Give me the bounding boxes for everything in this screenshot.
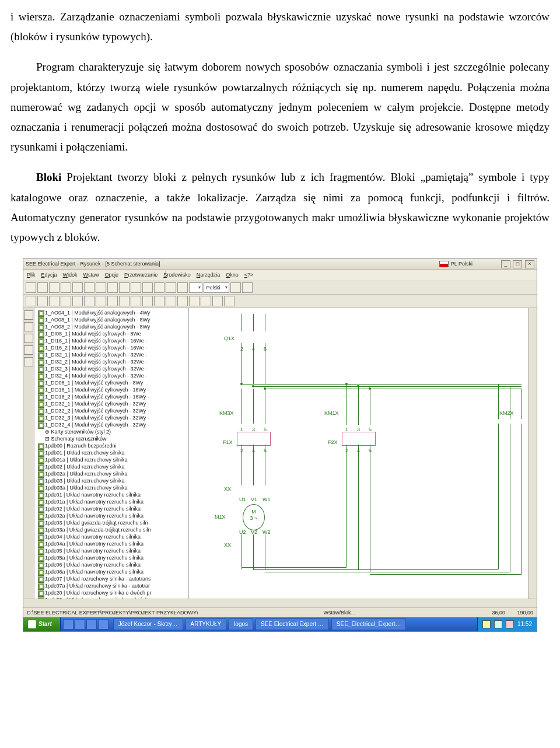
- horizontal-scrollbar[interactable]: [23, 599, 537, 607]
- tree-item[interactable]: 1_DO08_1 | Moduł wyjść cyfrowych - 8Wy: [37, 379, 188, 386]
- tool-icon[interactable]: [24, 345, 33, 355]
- toolbar-button[interactable]: [119, 296, 130, 306]
- toolbar-button[interactable]: [224, 296, 235, 306]
- toolbar-button[interactable]: [107, 282, 118, 293]
- tree-item[interactable]: 1pdb03 | Układ rozruchowy silnika: [37, 477, 188, 484]
- menu-item[interactable]: Edycja: [41, 270, 57, 279]
- tree-item[interactable]: 1pdc02 | Układ nawrotny rozruchu silnika: [37, 505, 188, 512]
- menu-item[interactable]: Wstaw: [83, 270, 99, 279]
- toolbar-button[interactable]: [84, 296, 94, 306]
- tree-item[interactable]: 1_DO32_4 | Moduł wyjść cyfrowych - 32Wy …: [37, 421, 188, 428]
- toolbar-button[interactable]: [142, 296, 153, 306]
- toolbar-button[interactable]: [96, 296, 106, 306]
- toolbar-button[interactable]: [49, 282, 60, 293]
- toolbar-button[interactable]: [230, 282, 241, 293]
- taskbar-item[interactable]: Józef Koczor - Skrzy…: [113, 618, 183, 630]
- tree-item[interactable]: 1pdc07a | Układ rozruchowy silnika - aut…: [37, 582, 188, 589]
- menu-item[interactable]: Środowisko: [163, 270, 191, 279]
- toolbar-button[interactable]: [26, 282, 36, 293]
- vertical-scrollbar[interactable]: [528, 308, 537, 599]
- tree-item[interactable]: 1pdc20a | Układ rozruchowy silnika o dwó…: [37, 596, 188, 599]
- menu-item[interactable]: <?>: [244, 270, 254, 279]
- menu-item[interactable]: Plik: [27, 270, 36, 279]
- tray-icon[interactable]: [482, 620, 491, 628]
- tree-item[interactable]: 1pdb02a | Układ rozruchowy silnika: [37, 470, 188, 477]
- taskbar-item[interactable]: SEE_Electrical_Expert…: [331, 618, 407, 630]
- toolbar-button[interactable]: [61, 296, 71, 306]
- tray-icon[interactable]: [494, 620, 502, 628]
- toolbar-button[interactable]: [189, 296, 200, 306]
- menu-item[interactable]: Narzędzia: [197, 270, 220, 279]
- tree-item[interactable]: 1pdc04 | Układ nawrotny rozruchu silnika: [37, 533, 188, 540]
- quick-icon[interactable]: [98, 619, 108, 630]
- close-button[interactable]: ×: [525, 260, 534, 268]
- tree-item[interactable]: 1pdb00 | Rozruch bezpośredni: [37, 442, 188, 449]
- tree-item[interactable]: 1pdc20 | Układ rozruchowy silnika o dwóc…: [37, 589, 188, 596]
- tree-folder[interactable]: ⊟ Schematy rozruszników: [37, 435, 188, 442]
- toolbar-select[interactable]: [189, 282, 202, 293]
- quick-icon[interactable]: [63, 619, 74, 630]
- quick-icon[interactable]: [75, 619, 85, 630]
- toolbar-button[interactable]: [131, 296, 141, 306]
- tree-item[interactable]: 1_AO08_1 | Moduł wyjść analogowych - 8Wy: [37, 316, 188, 323]
- tree-item[interactable]: 1pdc04a | Układ nawrotny rozruchu silnik…: [37, 540, 188, 547]
- tree-item[interactable]: 1pdc06 | Układ nawrotny rozruchu silnika: [37, 561, 188, 568]
- tree-item[interactable]: 1pdc07 | Układ rozruchowy silnika - auto…: [37, 575, 188, 582]
- tree-item[interactable]: 1_DO16_2 | Moduł wyjść cyfrowych - 16Wy …: [37, 393, 188, 400]
- tree-item[interactable]: 1pdc05 | Układ nawrotny rozruchu silnika: [37, 547, 188, 554]
- toolbar-button[interactable]: [119, 282, 130, 293]
- taskbar-item[interactable]: ARTYKUŁY: [186, 618, 227, 630]
- tree-item[interactable]: 1pdb03a | Układ rozruchowy silnika: [37, 484, 188, 491]
- tree-item[interactable]: 1pdc06a | Układ nawrotny rozruchu silnik…: [37, 568, 188, 575]
- tool-icon[interactable]: [24, 334, 33, 343]
- start-button[interactable]: Start: [23, 617, 61, 631]
- tree-item[interactable]: 1pdc05a | Układ nawrotny rozruchu silnik…: [37, 554, 188, 561]
- tree-folder[interactable]: ⊕ Karty sterowników (styl 2): [37, 428, 188, 435]
- tree-item[interactable]: 1_DO32_2 | Moduł wyjść cyfrowych - 32Wy …: [37, 407, 188, 414]
- toolbar-button[interactable]: [26, 296, 36, 306]
- toolbar-button[interactable]: [142, 282, 153, 293]
- tree-item[interactable]: 1pdb01 | Układ rozruchowy silnika: [37, 449, 188, 456]
- tree-item[interactable]: 1_DI32_4 | Moduł wejść cyfrowych - 32We …: [37, 372, 188, 379]
- tree-item[interactable]: 1pdc03a | Układ gwiazda-trójkąt rozruchu…: [37, 526, 188, 533]
- system-tray[interactable]: 11:52: [477, 617, 537, 631]
- drawing-canvas[interactable]: Q1X 2 4 6 KM3X F1X 1 3: [189, 308, 528, 599]
- toolbar-button[interactable]: [84, 282, 94, 293]
- toolbar-button[interactable]: [37, 296, 48, 306]
- tree-item[interactable]: 1pdb01a | Układ rozruchowy silnika: [37, 456, 188, 463]
- tool-icon[interactable]: [24, 357, 33, 366]
- toolbar-button[interactable]: [177, 282, 188, 293]
- toolbar-button[interactable]: [107, 296, 118, 306]
- toolbar-button[interactable]: [166, 282, 176, 293]
- toolbar-button[interactable]: [166, 296, 176, 306]
- toolbar-button[interactable]: [37, 282, 48, 293]
- tree-item[interactable]: 1pdc02a | Układ nawrotny rozruchu silnik…: [37, 512, 188, 519]
- toolbar-button[interactable]: [154, 282, 164, 293]
- tree-pane[interactable]: 1_AO04_1 | Moduł wyjść analogowych - 4Wy…: [34, 308, 189, 599]
- tree-item[interactable]: 1_DI32_2 | Moduł wejść cyfrowych - 32We …: [37, 358, 188, 365]
- toolbar-button[interactable]: [154, 296, 164, 306]
- tree-item[interactable]: 1_DI16_2 | Moduł wejść cyfrowych - 16We …: [37, 344, 188, 351]
- tree-item[interactable]: 1pdc01 | Układ nawrotny rozruchu silnika: [37, 491, 188, 498]
- tray-icon[interactable]: [506, 620, 514, 628]
- toolbar-button[interactable]: [212, 296, 223, 306]
- toolbar-button[interactable]: [242, 282, 253, 293]
- toolbar-button[interactable]: [61, 282, 71, 293]
- taskbar-item[interactable]: SEE Electrical Expert …: [256, 618, 329, 630]
- tree-item[interactable]: 1_DO32_1 | Moduł wyjść cyfrowych - 32Wy: [37, 400, 188, 407]
- tree-item[interactable]: 1_DI32_1 | Moduł wejść cyfrowych - 32We …: [37, 351, 188, 358]
- toolbar-button[interactable]: [177, 296, 188, 306]
- menu-item[interactable]: Widok: [63, 270, 78, 279]
- toolbar-button[interactable]: [72, 282, 83, 293]
- tree-item[interactable]: 1_DI16_1 | Moduł wejść cyfrowych - 16We …: [37, 337, 188, 344]
- tree-item[interactable]: 1_AO08_2 | Moduł wyjść analogowych - 8Wy: [37, 323, 188, 330]
- tree-item[interactable]: 1pdc01a | Układ nawrotny rozruchu silnik…: [37, 498, 188, 505]
- tree-item[interactable]: 1_DI08_1 | Moduł wejść cyfrowych - 8We: [37, 330, 188, 337]
- toolbar-button[interactable]: [131, 282, 141, 293]
- tool-icon[interactable]: [24, 310, 33, 320]
- menu-item[interactable]: Opcje: [105, 270, 119, 279]
- language-indicator[interactable]: PL Polski: [439, 259, 473, 268]
- quick-icon[interactable]: [86, 619, 97, 630]
- maximize-button[interactable]: □: [513, 260, 522, 268]
- tree-item[interactable]: 1pdc03 | Układ gwiazda-trójkąt rozruchu …: [37, 519, 188, 526]
